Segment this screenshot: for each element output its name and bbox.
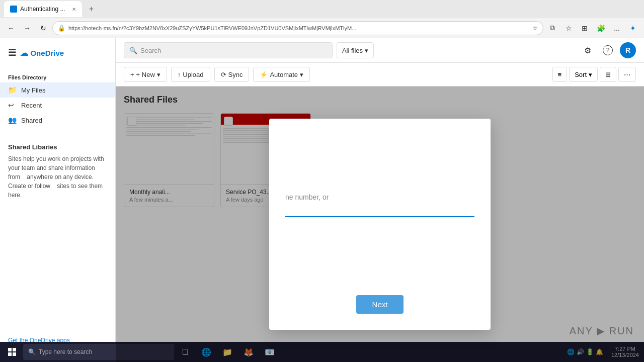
search-area: [0, 62, 115, 70]
files-directory-label: Files Directory: [0, 70, 115, 82]
myfiles-icon: 📁: [8, 86, 16, 94]
modal-input-row: [285, 205, 474, 217]
upload-button[interactable]: ↑ Upload: [171, 67, 210, 82]
shared-icon: 👥: [8, 116, 16, 124]
all-files-button[interactable]: All files ▾: [337, 42, 374, 58]
modal-overlay: ne number, or Next: [116, 86, 644, 362]
help-button[interactable]: ?: [600, 42, 616, 58]
sort-button[interactable]: Sort ▾: [569, 67, 598, 82]
modal-footer: Next: [285, 295, 474, 314]
sidebar-item-myfiles[interactable]: 📁 My Files: [0, 82, 115, 98]
more-icon: ⋯: [624, 71, 630, 78]
new-icon: +: [130, 71, 134, 78]
filter-button[interactable]: ≡: [552, 67, 568, 82]
collections-button[interactable]: ⊞: [578, 21, 592, 35]
sidebar-recent-label: Recent: [21, 102, 42, 109]
modal-dialog: ne number, or Next: [269, 119, 491, 330]
tab-bar: Authenticating ... ✕ +: [0, 0, 644, 18]
tab-title: Authenticating ...: [20, 6, 65, 13]
avatar[interactable]: R: [620, 42, 636, 58]
star-icon: ☆: [532, 25, 538, 32]
search-placeholder: Search: [140, 47, 161, 54]
sync-button[interactable]: ⟳ Sync: [214, 67, 250, 82]
extensions-button[interactable]: 🧩: [594, 21, 608, 35]
more-button[interactable]: ⋯: [618, 67, 636, 82]
svg-rect-2: [8, 352, 12, 356]
svg-rect-3: [13, 352, 16, 356]
split-button[interactable]: ⧉: [545, 21, 559, 35]
new-button[interactable]: + + New ▾: [124, 67, 167, 82]
onedrive-logo: ☁ OneDrive: [20, 48, 64, 58]
svg-rect-0: [8, 348, 12, 351]
action-bar: + + New ▾ ↑ Upload ⟳ Sync ⚡ Automate ▾ ≡: [116, 63, 644, 86]
url-text: https://hotech-ms.fn/n/?c3Y9bzM2NV8xX29u…: [68, 25, 529, 31]
nav-icons: ⧉ ☆ ⊞ 🧩 ... ✦: [545, 21, 640, 35]
taskbar-search-placeholder: Type here to search: [39, 348, 92, 355]
sort-area: ≡ Sort ▾ ⊞ ⋯: [552, 67, 636, 82]
grid-icon: ⊞: [605, 71, 611, 78]
refresh-button[interactable]: ↻: [36, 21, 50, 35]
sidebar-item-shared[interactable]: 👥 Shared: [0, 113, 115, 128]
modal-next-button[interactable]: Next: [356, 295, 404, 314]
modal-hint-text: ne number, or: [285, 193, 474, 201]
upload-icon: ↑: [178, 71, 181, 78]
sync-icon: ⟳: [221, 71, 226, 78]
sidebar: ☰ ☁ OneDrive Files Directory 📁 My Files …: [0, 38, 116, 362]
sidebar-shared-label: Shared: [21, 117, 42, 124]
grid-view-button[interactable]: ⊞: [600, 67, 616, 82]
automate-icon: ⚡: [260, 71, 268, 78]
hamburger-menu-button[interactable]: ☰: [8, 47, 16, 58]
browser-settings-button[interactable]: ...: [610, 21, 624, 35]
tab-close-button[interactable]: ✕: [72, 7, 76, 12]
tab-favicon: [10, 6, 17, 13]
new-tab-button[interactable]: +: [84, 2, 98, 16]
recent-icon: ↩: [8, 101, 16, 109]
address-bar[interactable]: 🔒 https://hotech-ms.fn/n/?c3Y9bzM2NV8xX2…: [52, 21, 543, 35]
favorites-button[interactable]: ☆: [561, 21, 576, 35]
main-content: 🔍 Search All files ▾ ⚙ ? R + + New ▾ ↑: [116, 38, 644, 362]
active-tab[interactable]: Authenticating ... ✕: [4, 1, 82, 17]
forward-button[interactable]: →: [20, 21, 34, 35]
sidebar-header: ☰ ☁ OneDrive: [0, 43, 115, 62]
modal-body: ne number, or: [285, 135, 474, 287]
nav-bar: ← → ↻ 🔒 https://hotech-ms.fn/n/?c3Y9bzM2…: [0, 18, 644, 38]
svg-rect-1: [13, 348, 16, 351]
shared-libs-desc: Sites help you work on projects with you…: [8, 154, 107, 200]
settings-button[interactable]: ⚙: [580, 42, 596, 58]
sidebar-divider: [0, 132, 115, 132]
search-icon: 🔍: [129, 47, 137, 54]
back-button[interactable]: ←: [4, 21, 18, 35]
start-button[interactable]: [2, 344, 22, 360]
filter-icon: ≡: [558, 71, 562, 78]
sidebar-item-recent[interactable]: ↩ Recent: [0, 98, 115, 113]
windows-icon: [8, 348, 16, 356]
files-area: Shared Files: [116, 86, 644, 362]
top-toolbar: 🔍 Search All files ▾ ⚙ ? R: [116, 38, 644, 63]
app-container: ☰ ☁ OneDrive Files Directory 📁 My Files …: [0, 38, 644, 362]
search-box[interactable]: 🔍 Search: [124, 42, 333, 58]
shared-libs-title: Shared Libaries: [8, 142, 107, 152]
sidebar-myfiles-label: My Files: [21, 86, 45, 94]
shared-libraries-section: Shared Libaries Sites help you work on p…: [0, 136, 115, 206]
lock-icon: 🔒: [58, 25, 65, 32]
automate-button[interactable]: ⚡ Automate ▾: [253, 67, 310, 82]
copilot-button[interactable]: ✦: [626, 21, 640, 35]
modal-input-field[interactable]: [285, 205, 474, 214]
taskbar-search-icon: 🔍: [28, 348, 36, 355]
